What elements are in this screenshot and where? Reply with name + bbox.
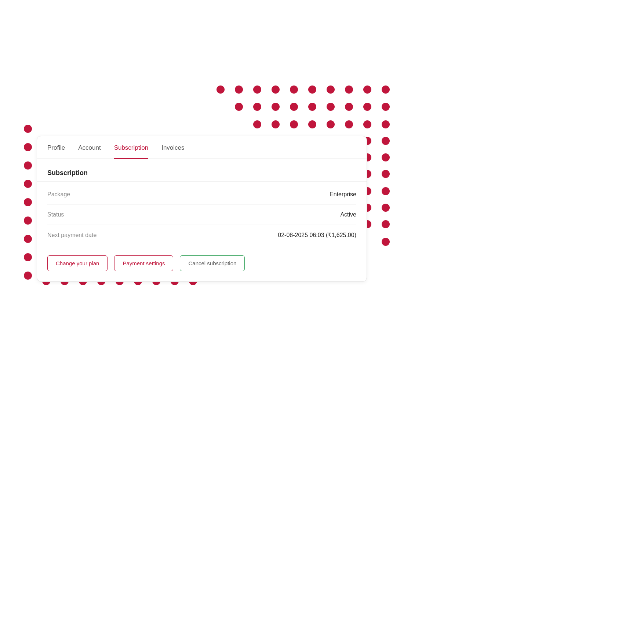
- package-row: Package Enterprise: [47, 185, 356, 205]
- cancel-subscription-button[interactable]: Cancel subscription: [180, 255, 245, 271]
- dot-decoration: [382, 120, 390, 128]
- dot-decoration: [327, 120, 335, 128]
- section-title: Subscription: [37, 159, 367, 182]
- dot-decoration: [363, 85, 371, 94]
- status-row: Status Active: [47, 205, 356, 225]
- dot-decoration: [24, 161, 32, 170]
- dot-decoration: [382, 204, 390, 212]
- status-value: Active: [340, 211, 356, 218]
- dot-decoration: [382, 238, 390, 246]
- dot-decoration: [253, 85, 261, 94]
- package-label: Package: [47, 191, 70, 198]
- status-label: Status: [47, 211, 64, 218]
- dot-decoration: [235, 103, 243, 111]
- dot-decoration: [363, 120, 371, 128]
- dot-decoration: [382, 153, 390, 161]
- dot-decoration: [290, 120, 298, 128]
- dot-decoration: [235, 85, 243, 94]
- dot-decoration: [345, 85, 353, 94]
- tab-account[interactable]: Account: [78, 136, 101, 159]
- next-payment-row: Next payment date 02-08-2025 06:03 (₹1,6…: [47, 225, 356, 245]
- dot-decoration: [308, 85, 316, 94]
- next-payment-label: Next payment date: [47, 232, 97, 239]
- dot-decoration: [253, 120, 261, 128]
- dot-decoration: [217, 85, 225, 94]
- dot-decoration: [363, 103, 371, 111]
- dot-decoration: [253, 103, 261, 111]
- dot-decoration: [24, 235, 32, 243]
- tab-bar: Profile Account Subscription Invoices: [37, 136, 367, 159]
- dot-decoration: [272, 103, 280, 111]
- dot-decoration: [382, 220, 390, 228]
- payment-settings-button[interactable]: Payment settings: [114, 255, 173, 271]
- dot-decoration: [24, 217, 32, 225]
- dot-decoration: [308, 103, 316, 111]
- dot-decoration: [24, 143, 32, 151]
- dot-decoration: [24, 272, 32, 280]
- dot-decoration: [382, 170, 390, 178]
- dot-decoration: [308, 120, 316, 128]
- dot-decoration: [382, 187, 390, 195]
- dot-decoration: [327, 85, 335, 94]
- tab-subscription[interactable]: Subscription: [114, 136, 149, 159]
- tab-invoices[interactable]: Invoices: [161, 136, 184, 159]
- subscription-card: Profile Account Subscription Invoices Su…: [37, 136, 367, 282]
- dot-decoration: [382, 137, 390, 145]
- dot-decoration: [24, 125, 32, 133]
- dot-decoration: [24, 180, 32, 188]
- dot-decoration: [345, 120, 353, 128]
- dot-decoration: [382, 103, 390, 111]
- change-plan-button[interactable]: Change your plan: [47, 255, 108, 271]
- dot-decoration: [327, 103, 335, 111]
- dot-decoration: [382, 85, 390, 94]
- tab-profile[interactable]: Profile: [47, 136, 65, 159]
- details-table: Package Enterprise Status Active Next pa…: [37, 182, 367, 248]
- dot-decoration: [272, 120, 280, 128]
- dot-decoration: [24, 253, 32, 261]
- next-payment-value: 02-08-2025 06:03 (₹1,625.00): [278, 232, 356, 239]
- package-value: Enterprise: [330, 191, 356, 198]
- dot-decoration: [24, 198, 32, 206]
- action-buttons: Change your plan Payment settings Cancel…: [37, 248, 367, 281]
- dot-decoration: [272, 85, 280, 94]
- dot-decoration: [290, 85, 298, 94]
- dot-decoration: [290, 103, 298, 111]
- dot-decoration: [345, 103, 353, 111]
